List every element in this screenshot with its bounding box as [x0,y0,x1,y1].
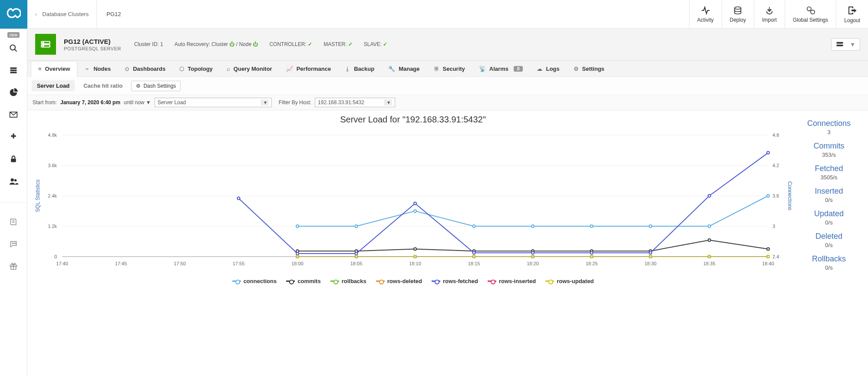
stats-panel: Connections3Commits353/sFetched3505/sIns… [794,112,864,284]
svg-point-96 [531,251,534,254]
dash-settings-button[interactable]: ⚙ Dash Settings [131,81,181,91]
svg-text:18:35: 18:35 [703,261,716,266]
svg-point-98 [649,251,652,254]
topbar: ‹ Database Clusters PG12 ActivityDeployI… [27,0,868,29]
plugin-icon[interactable] [0,132,27,142]
svg-text:2.4k: 2.4k [48,193,57,198]
lock-icon[interactable] [0,155,27,165]
chat-icon[interactable] [0,240,27,250]
search-icon[interactable] [0,44,27,54]
svg-text:18:40: 18:40 [762,261,774,266]
master-status: MASTER: ✓ [323,41,353,47]
stat-commits: Commits353/s [797,142,861,158]
svg-point-72 [767,248,769,251]
auto-recovery: Auto Recovery: Cluster ⏻ / Node ⏻ [175,41,258,47]
top-action-logout[interactable]: Logout [836,0,868,28]
svg-point-7 [14,179,17,182]
tabs: ≡Overview⫟Nodes⊙Dashboards⬡Topology⌕Quer… [27,60,868,77]
svg-text:4.8k: 4.8k [48,132,57,138]
mail-icon[interactable] [0,110,27,120]
svg-point-94 [414,202,416,205]
tab-dashboards[interactable]: ⊙Dashboards [118,61,172,76]
legend-rows-fetched[interactable]: rows-fetched [432,278,478,284]
top-action-deploy[interactable]: Deploy [722,0,754,28]
docs-icon[interactable] [0,218,27,228]
breadcrumb-link[interactable]: Database Clusters [42,11,89,17]
users-icon[interactable] [0,177,27,188]
legend-rollbacks[interactable]: rollbacks [330,278,366,284]
svg-point-11 [13,243,14,244]
svg-point-100 [767,152,769,154]
svg-rect-3 [10,69,17,71]
databases-icon[interactable] [0,66,27,76]
legend-rows-deleted[interactable]: rows-deleted [376,278,422,284]
tab-alarms[interactable]: 📡Alarms0 [472,61,530,76]
reports-icon[interactable] [0,88,27,98]
legend-rows-updated[interactable]: rows-updated [545,278,594,284]
controller-status: CONTROLLER: ✓ [269,41,312,47]
database-icon [35,34,56,55]
tab-query-monitor[interactable]: ⌕Query Monitor [220,61,279,76]
svg-text:4.2: 4.2 [772,163,779,168]
svg-point-6 [11,178,14,181]
stat-rollbacks: Rollbacks0/s [797,254,861,271]
svg-text:0: 0 [54,254,57,259]
svg-point-71 [708,239,711,241]
svg-point-60 [591,225,593,228]
sidebar: new [0,0,27,376]
svg-point-57 [414,210,416,212]
tab-topology[interactable]: ⬡Topology [172,61,220,76]
legend-commits[interactable]: commits [286,278,320,284]
svg-line-1 [15,49,17,52]
cluster-actions-dropdown[interactable]: ▼ [831,38,860,51]
power-icon[interactable]: ⏻ [253,41,258,47]
top-action-import[interactable]: Import [754,0,785,28]
tab-manage[interactable]: 🔧Manage [381,61,426,76]
top-action-global-settings[interactable]: Global Settings [785,0,836,28]
logo[interactable] [0,0,27,29]
svg-text:18:00: 18:00 [291,261,304,266]
tab-nodes[interactable]: ⫟Nodes [77,61,118,76]
svg-rect-2 [10,67,17,69]
svg-text:1.2k: 1.2k [48,224,57,229]
tab-backup[interactable]: ⭳Backup [338,61,381,76]
svg-text:17:50: 17:50 [174,261,186,266]
subtab-cache-hit[interactable]: Cache hit ratio [78,80,128,91]
svg-text:Connections: Connections [787,181,793,211]
svg-point-63 [767,195,769,197]
start-from-value[interactable]: January 7, 2020 6:40 pm [60,99,120,106]
tab-settings[interactable]: ⚙Settings [567,61,611,76]
check-icon: ✓ [308,41,312,47]
svg-text:18:05: 18:05 [350,261,363,266]
metric-select[interactable]: Server Load▾ [155,98,272,107]
legend-connections[interactable]: connections [232,278,277,284]
tab-security[interactable]: ⛨Security [427,61,472,76]
top-action-activity[interactable]: Activity [689,0,722,28]
host-select[interactable]: 192.168.33.91:5432▾ [315,98,395,107]
svg-text:17:45: 17:45 [115,261,127,266]
svg-point-12 [15,243,16,244]
gift-icon[interactable] [0,262,27,272]
server-load-chart: 01.2k2.4k3.6k4.8k2.433.64.24.817:4017:45… [32,126,794,274]
subtab-server-load[interactable]: Server Load [32,80,75,91]
power-icon[interactable]: ⏻ [229,41,234,47]
svg-text:3: 3 [772,224,775,229]
legend-rows-inserted[interactable]: rows-inserted [488,278,536,284]
svg-rect-4 [10,72,17,73]
tab-logs[interactable]: ☁Logs [530,61,566,76]
tab-overview[interactable]: ≡Overview [31,61,77,77]
tab-performance[interactable]: 📈Performance [279,61,338,76]
svg-point-16 [735,7,741,9]
stat-fetched: Fetched3505/s [797,164,861,181]
until-now[interactable]: until now ▼ [124,99,151,106]
chart-legend: connectionscommitsrollbacksrows-deletedr… [32,278,794,284]
cluster-header: PG12 (ACTIVE) POSTGRESQL SERVER Cluster … [27,29,868,60]
cluster-title: PG12 (ACTIVE) [64,38,121,45]
cluster-id: Cluster ID: 1 [134,41,163,47]
chevron-left-icon[interactable]: ‹ [35,11,37,17]
chevron-down-icon: ▾ [261,99,269,106]
svg-text:18:15: 18:15 [468,261,480,266]
svg-point-55 [296,225,299,228]
svg-point-58 [473,225,475,228]
svg-point-59 [531,225,534,228]
